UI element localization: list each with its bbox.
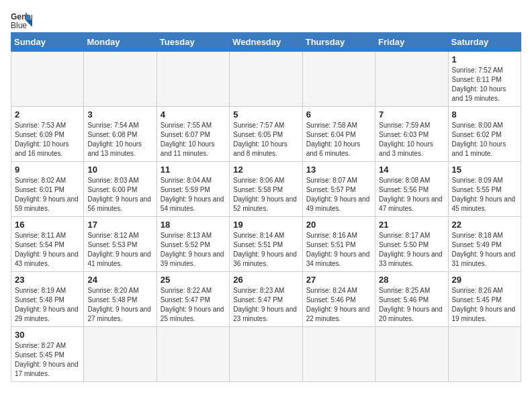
- calendar-week-row: 30Sunrise: 8:27 AM Sunset: 5:45 PM Dayli…: [11, 327, 521, 382]
- calendar-cell: [157, 52, 229, 107]
- weekday-header: Thursday: [302, 33, 375, 52]
- calendar-cell: [230, 52, 302, 107]
- calendar-cell: 1Sunrise: 7:52 AM Sunset: 6:11 PM Daylig…: [448, 52, 521, 107]
- day-info: Sunrise: 7:55 AM Sunset: 6:07 PM Dayligh…: [161, 121, 226, 158]
- day-number: 7: [379, 109, 444, 120]
- day-info: Sunrise: 8:25 AM Sunset: 5:46 PM Dayligh…: [379, 286, 444, 324]
- day-number: 18: [161, 220, 226, 230]
- calendar-week-row: 16Sunrise: 8:11 AM Sunset: 5:54 PM Dayli…: [11, 217, 521, 272]
- day-info: Sunrise: 8:14 AM Sunset: 5:51 PM Dayligh…: [233, 231, 298, 269]
- calendar-cell: 15Sunrise: 8:09 AM Sunset: 5:55 PM Dayli…: [448, 162, 521, 217]
- day-info: Sunrise: 7:59 AM Sunset: 6:03 PM Dayligh…: [379, 121, 444, 158]
- calendar-cell: [230, 327, 302, 382]
- weekday-header: Monday: [84, 33, 157, 52]
- day-number: 2: [15, 109, 80, 120]
- calendar-cell: [448, 327, 521, 382]
- day-number: 1: [452, 54, 517, 64]
- calendar-cell: 7Sunrise: 7:59 AM Sunset: 6:03 PM Daylig…: [375, 107, 448, 162]
- day-number: 17: [87, 220, 152, 230]
- header: General Blue: [11, 11, 521, 30]
- day-info: Sunrise: 8:24 AM Sunset: 5:46 PM Dayligh…: [306, 286, 371, 324]
- calendar-cell: [84, 52, 157, 107]
- day-info: Sunrise: 8:27 AM Sunset: 5:45 PM Dayligh…: [15, 341, 80, 379]
- calendar-cell: 9Sunrise: 8:02 AM Sunset: 6:01 PM Daylig…: [11, 162, 84, 217]
- calendar-cell: 17Sunrise: 8:12 AM Sunset: 5:53 PM Dayli…: [84, 217, 157, 272]
- day-number: 20: [306, 220, 371, 230]
- calendar-cell: 2Sunrise: 7:53 AM Sunset: 6:09 PM Daylig…: [11, 107, 84, 162]
- day-number: 3: [87, 109, 152, 120]
- calendar-cell: 19Sunrise: 8:14 AM Sunset: 5:51 PM Dayli…: [230, 217, 302, 272]
- day-info: Sunrise: 8:19 AM Sunset: 5:48 PM Dayligh…: [15, 286, 80, 324]
- calendar-cell: [157, 327, 229, 382]
- calendar-cell: 3Sunrise: 7:54 AM Sunset: 6:08 PM Daylig…: [84, 107, 157, 162]
- calendar-cell: 10Sunrise: 8:03 AM Sunset: 6:00 PM Dayli…: [84, 162, 157, 217]
- calendar-cell: 30Sunrise: 8:27 AM Sunset: 5:45 PM Dayli…: [11, 327, 84, 382]
- calendar-cell: [375, 52, 448, 107]
- day-info: Sunrise: 8:07 AM Sunset: 5:57 PM Dayligh…: [306, 176, 371, 214]
- day-info: Sunrise: 8:17 AM Sunset: 5:50 PM Dayligh…: [379, 231, 444, 269]
- calendar-cell: 26Sunrise: 8:23 AM Sunset: 5:47 PM Dayli…: [230, 272, 302, 327]
- calendar-cell: [11, 52, 84, 107]
- day-info: Sunrise: 7:53 AM Sunset: 6:09 PM Dayligh…: [15, 121, 80, 158]
- calendar-cell: 13Sunrise: 8:07 AM Sunset: 5:57 PM Dayli…: [302, 162, 375, 217]
- day-number: 29: [452, 275, 517, 285]
- calendar-cell: 22Sunrise: 8:18 AM Sunset: 5:49 PM Dayli…: [448, 217, 521, 272]
- calendar-cell: 8Sunrise: 8:00 AM Sunset: 6:02 PM Daylig…: [448, 107, 521, 162]
- day-number: 26: [233, 275, 298, 285]
- calendar-cell: 21Sunrise: 8:17 AM Sunset: 5:50 PM Dayli…: [375, 217, 448, 272]
- day-number: 21: [379, 220, 444, 230]
- calendar-cell: 16Sunrise: 8:11 AM Sunset: 5:54 PM Dayli…: [11, 217, 84, 272]
- day-info: Sunrise: 8:26 AM Sunset: 5:45 PM Dayligh…: [452, 286, 517, 324]
- day-info: Sunrise: 8:23 AM Sunset: 5:47 PM Dayligh…: [233, 286, 298, 324]
- calendar-cell: 28Sunrise: 8:25 AM Sunset: 5:46 PM Dayli…: [375, 272, 448, 327]
- day-number: 30: [15, 330, 80, 340]
- day-info: Sunrise: 7:54 AM Sunset: 6:08 PM Dayligh…: [87, 121, 152, 158]
- day-number: 15: [452, 165, 517, 175]
- day-number: 9: [15, 165, 80, 175]
- calendar-header-row: SundayMondayTuesdayWednesdayThursdayFrid…: [11, 33, 521, 52]
- day-number: 8: [452, 109, 517, 120]
- day-info: Sunrise: 8:20 AM Sunset: 5:48 PM Dayligh…: [87, 286, 152, 324]
- day-number: 6: [306, 109, 371, 120]
- weekday-header: Wednesday: [230, 33, 302, 52]
- logo-icon: General Blue: [11, 11, 32, 30]
- weekday-header: Saturday: [448, 33, 521, 52]
- day-info: Sunrise: 8:11 AM Sunset: 5:54 PM Dayligh…: [15, 231, 80, 269]
- day-info: Sunrise: 8:04 AM Sunset: 5:59 PM Dayligh…: [161, 176, 226, 214]
- calendar-week-row: 2Sunrise: 7:53 AM Sunset: 6:09 PM Daylig…: [11, 107, 521, 162]
- day-number: 12: [233, 165, 298, 175]
- logo: General Blue: [11, 11, 35, 30]
- day-number: 14: [379, 165, 444, 175]
- day-info: Sunrise: 8:16 AM Sunset: 5:51 PM Dayligh…: [306, 231, 371, 269]
- day-info: Sunrise: 8:22 AM Sunset: 5:47 PM Dayligh…: [161, 286, 226, 324]
- calendar-cell: 24Sunrise: 8:20 AM Sunset: 5:48 PM Dayli…: [84, 272, 157, 327]
- calendar-cell: 18Sunrise: 8:13 AM Sunset: 5:52 PM Dayli…: [157, 217, 229, 272]
- calendar-cell: 20Sunrise: 8:16 AM Sunset: 5:51 PM Dayli…: [302, 217, 375, 272]
- day-info: Sunrise: 8:09 AM Sunset: 5:55 PM Dayligh…: [452, 176, 517, 214]
- calendar-cell: [375, 327, 448, 382]
- day-info: Sunrise: 7:52 AM Sunset: 6:11 PM Dayligh…: [452, 66, 517, 103]
- day-info: Sunrise: 8:02 AM Sunset: 6:01 PM Dayligh…: [15, 176, 80, 214]
- calendar-cell: [302, 327, 375, 382]
- day-info: Sunrise: 7:57 AM Sunset: 6:05 PM Dayligh…: [233, 121, 298, 158]
- calendar-cell: [84, 327, 157, 382]
- svg-text:Blue: Blue: [11, 21, 27, 30]
- calendar-cell: 12Sunrise: 8:06 AM Sunset: 5:58 PM Dayli…: [230, 162, 302, 217]
- day-number: 13: [306, 165, 371, 175]
- calendar-cell: 23Sunrise: 8:19 AM Sunset: 5:48 PM Dayli…: [11, 272, 84, 327]
- day-number: 10: [87, 165, 152, 175]
- calendar-week-row: 23Sunrise: 8:19 AM Sunset: 5:48 PM Dayli…: [11, 272, 521, 327]
- day-number: 19: [233, 220, 298, 230]
- calendar-cell: 6Sunrise: 7:58 AM Sunset: 6:04 PM Daylig…: [302, 107, 375, 162]
- day-number: 24: [87, 275, 152, 285]
- weekday-header: Sunday: [11, 33, 84, 52]
- day-number: 4: [161, 109, 226, 120]
- day-number: 16: [15, 220, 80, 230]
- day-info: Sunrise: 8:12 AM Sunset: 5:53 PM Dayligh…: [87, 231, 152, 269]
- day-info: Sunrise: 8:00 AM Sunset: 6:02 PM Dayligh…: [452, 121, 517, 158]
- calendar-cell: 4Sunrise: 7:55 AM Sunset: 6:07 PM Daylig…: [157, 107, 229, 162]
- day-info: Sunrise: 7:58 AM Sunset: 6:04 PM Dayligh…: [306, 121, 371, 158]
- day-info: Sunrise: 8:03 AM Sunset: 6:00 PM Dayligh…: [87, 176, 152, 214]
- calendar-cell: 14Sunrise: 8:08 AM Sunset: 5:56 PM Dayli…: [375, 162, 448, 217]
- calendar: SundayMondayTuesdayWednesdayThursdayFrid…: [11, 32, 521, 382]
